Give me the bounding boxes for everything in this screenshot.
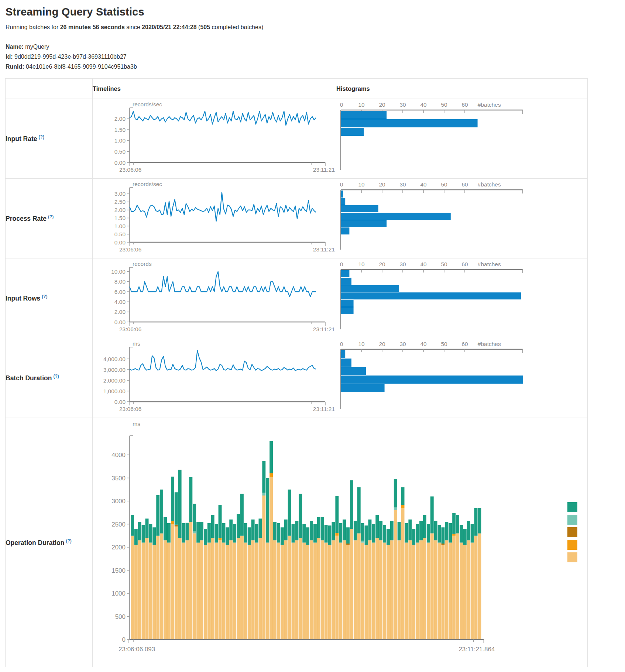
input-rate-row: Input Rate(?) records/sec0.000.501.001.5… [6, 99, 588, 179]
svg-text:0.50: 0.50 [114, 231, 126, 237]
svg-text:1000: 1000 [111, 590, 126, 597]
svg-text:23:11:21: 23:11:21 [313, 326, 335, 332]
legend-swatch [567, 540, 577, 550]
svg-text:60: 60 [461, 181, 468, 188]
svg-text:2,000.00: 2,000.00 [103, 377, 126, 384]
svg-text:40: 40 [420, 102, 427, 108]
query-meta: Name: myQuery Id: 9d0dd219-995d-423e-b97… [6, 42, 625, 72]
svg-text:20: 20 [379, 181, 385, 188]
svg-text:60: 60 [461, 102, 468, 108]
svg-text:0: 0 [340, 181, 343, 188]
svg-text:ms: ms [133, 421, 140, 427]
svg-text:10.00: 10.00 [111, 268, 126, 275]
legend-swatch [567, 552, 577, 562]
help-icon[interactable]: (?) [39, 134, 44, 140]
help-icon[interactable]: (?) [42, 294, 47, 299]
page-title: Streaming Query Statistics [6, 6, 625, 18]
svg-text:50: 50 [441, 102, 447, 108]
svg-text:23:06:06: 23:06:06 [119, 167, 141, 173]
since-text: since [125, 24, 142, 30]
paren-open: ( [197, 24, 200, 30]
svg-text:2500: 2500 [111, 521, 126, 528]
svg-text:#batches: #batches [478, 261, 501, 267]
svg-text:0.00: 0.00 [114, 239, 126, 246]
process-rate-row: Process Rate(?) records/sec0.000.501.001… [6, 179, 588, 258]
svg-text:2000: 2000 [111, 544, 126, 551]
input-rate-histogram-cell: 0102030405060#batches [336, 99, 588, 179]
svg-text:8.00: 8.00 [114, 278, 126, 285]
row-label-process-rate: Process Rate(?) [6, 179, 93, 258]
svg-text:23:06:06: 23:06:06 [119, 406, 141, 412]
operation-duration-legend [567, 502, 577, 565]
query-name: Name: myQuery [6, 42, 625, 52]
svg-text:30: 30 [399, 181, 406, 188]
metric-column-header [6, 79, 93, 99]
svg-text:10: 10 [358, 181, 365, 188]
svg-text:50: 50 [441, 181, 447, 188]
name-label: Name: [6, 44, 24, 50]
input-rate-timeline-cell: records/sec0.000.501.001.502.0023:06:062… [93, 99, 336, 179]
operation-duration-cell: ms0500100015002000250030003500400023:06:… [93, 418, 588, 667]
svg-text:#batches: #batches [478, 102, 501, 108]
row-label-operation-duration: Operation Duration(?) [6, 418, 93, 667]
svg-text:23:11:21: 23:11:21 [313, 167, 335, 173]
svg-text:10: 10 [358, 341, 365, 347]
svg-text:20: 20 [379, 102, 385, 108]
svg-text:3000: 3000 [111, 498, 126, 505]
input-rows-timeline-cell: records0.002.004.006.008.0010.0023:06:06… [93, 258, 336, 338]
process-rate-timeline-chart: records/sec0.000.501.001.502.002.503.002… [93, 179, 336, 258]
id-label: Id: [6, 54, 13, 60]
svg-text:0.00: 0.00 [114, 399, 126, 405]
svg-text:20: 20 [379, 341, 385, 347]
svg-text:3500: 3500 [111, 475, 126, 482]
legend-swatch [567, 527, 577, 537]
svg-text:1.00: 1.00 [114, 137, 126, 144]
legend-swatch [567, 515, 577, 525]
row-label-batch-duration: Batch Duration(?) [6, 338, 93, 418]
svg-text:23:06:06.093: 23:06:06.093 [119, 646, 155, 653]
svg-text:0: 0 [340, 341, 343, 347]
timelines-header: Timelines [93, 79, 336, 99]
svg-text:50: 50 [441, 261, 447, 267]
svg-text:1.50: 1.50 [114, 215, 126, 221]
help-icon[interactable]: (?) [48, 214, 54, 219]
query-runid: RunId: 04e101e6-8bf8-4165-9099-9104c951b… [6, 62, 625, 72]
input-rate-histogram-chart: 0102030405060#batches [336, 99, 587, 178]
svg-text:2.00: 2.00 [114, 309, 126, 315]
histograms-header: Histograms [336, 79, 588, 99]
process-rate-timeline-cell: records/sec0.000.501.001.502.002.503.002… [93, 179, 336, 258]
svg-text:23:06:06: 23:06:06 [119, 326, 141, 332]
running-batches-summary: Running batches for 26 minutes 56 second… [6, 24, 625, 31]
svg-text:1.00: 1.00 [114, 223, 126, 229]
row-label-input-rate: Input Rate(?) [6, 99, 93, 179]
svg-text:10: 10 [358, 261, 365, 267]
batch-duration-timeline-cell: ms0.001,000.002,000.003,000.004,000.0023… [93, 338, 336, 418]
svg-text:40: 40 [420, 261, 427, 267]
svg-text:0: 0 [340, 102, 343, 108]
svg-text:#batches: #batches [478, 181, 501, 188]
help-icon[interactable]: (?) [53, 374, 59, 379]
svg-text:1.50: 1.50 [114, 127, 126, 133]
svg-text:1500: 1500 [111, 567, 126, 574]
svg-text:30: 30 [399, 341, 406, 347]
input-rate-timeline-chart: records/sec0.000.501.001.502.0023:06:062… [93, 99, 336, 178]
summary-suffix: completed batches) [210, 24, 263, 30]
input-rows-row: Input Rows(?) records0.002.004.006.008.0… [6, 258, 588, 338]
svg-text:40: 40 [420, 341, 427, 347]
metric-label: Input Rows [6, 295, 40, 302]
id-value: 9d0dd219-995d-423e-b97d-36931110bb27 [13, 54, 127, 60]
svg-text:ms: ms [133, 340, 140, 347]
table-header-row: Timelines Histograms [6, 79, 588, 99]
svg-text:6.00: 6.00 [114, 289, 126, 295]
metric-label: Batch Duration [6, 374, 52, 382]
svg-text:30: 30 [399, 102, 406, 108]
svg-text:0.00: 0.00 [114, 160, 126, 166]
help-icon[interactable]: (?) [66, 538, 71, 544]
svg-text:10: 10 [358, 102, 365, 108]
legend-swatch [567, 502, 577, 512]
svg-text:1,000.00: 1,000.00 [103, 388, 126, 394]
svg-text:60: 60 [461, 341, 468, 347]
batch-duration-histogram-chart: 0102030405060#batches [336, 338, 587, 418]
svg-text:50: 50 [441, 341, 447, 347]
input-rows-timeline-chart: records0.002.004.006.008.0010.0023:06:06… [93, 258, 336, 338]
